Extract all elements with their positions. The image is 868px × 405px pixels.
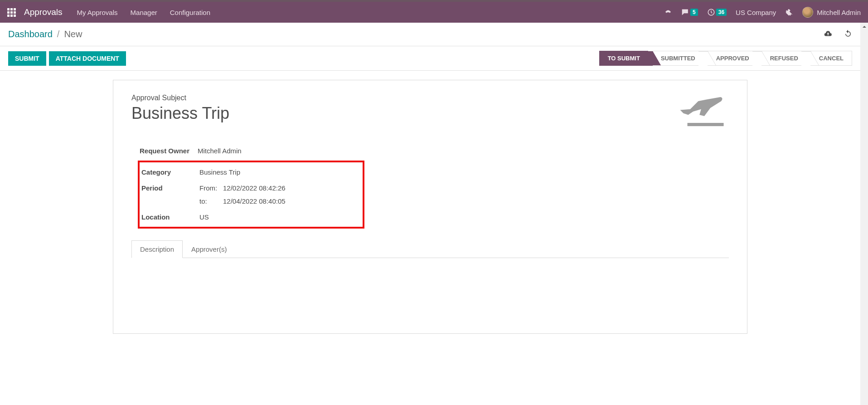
airplane-takeoff-icon xyxy=(675,94,725,132)
label-period-to: to: xyxy=(199,197,218,205)
tab-description[interactable]: Description xyxy=(131,240,183,258)
submit-button[interactable]: SUBMIT xyxy=(8,51,46,66)
apps-grid-icon[interactable] xyxy=(7,8,16,17)
messages-badge: 5 xyxy=(690,9,698,16)
subject-title[interactable]: Business Trip xyxy=(131,104,229,123)
content-wrapper: Dashboard / New SUBMIT ATTACH DOCUMENT T… xyxy=(0,23,868,405)
period-to: to: 12/04/2022 08:40:05 xyxy=(199,197,286,205)
attach-document-button[interactable]: ATTACH DOCUMENT xyxy=(49,51,126,66)
subject-label: Approval Subject xyxy=(131,94,229,102)
row-period: Period From: 12/02/2022 08:42:26 to: 12/… xyxy=(140,180,363,209)
navbar-left: Approvals My Approvals Manager Configura… xyxy=(7,7,210,17)
period-from: From: 12/02/2022 08:42:26 xyxy=(199,184,286,192)
sheet-header: Approval Subject Business Trip xyxy=(131,94,729,132)
label-period: Period xyxy=(141,184,199,192)
value-period-from[interactable]: 12/02/2022 08:42:26 xyxy=(223,184,286,192)
value-period-to[interactable]: 12/04/2022 08:40:05 xyxy=(223,197,286,205)
form-sheet: Approval Subject Business Trip Request O… xyxy=(113,80,747,334)
breadcrumb-separator: / xyxy=(57,29,60,39)
debug-icon[interactable] xyxy=(785,8,793,16)
breadcrumb-current: New xyxy=(64,29,82,39)
scroll-up-arrow-icon[interactable] xyxy=(860,23,868,30)
row-category: Category Business Trip xyxy=(140,164,363,180)
cloud-save-icon[interactable] xyxy=(823,29,832,39)
navbar-right: 5 36 US Company Mitchell Admin xyxy=(664,7,861,18)
user-avatar xyxy=(802,7,813,18)
label-category: Category xyxy=(141,168,199,176)
activities-icon[interactable]: 36 xyxy=(707,8,727,16)
label-period-from: From: xyxy=(199,184,218,192)
form-fields: Request Owner Mitchell Admin xyxy=(140,143,729,159)
value-location[interactable]: US xyxy=(199,213,209,221)
highlighted-fields-box: Category Business Trip Period From: 12/0… xyxy=(138,161,364,229)
main-navbar: Approvals My Approvals Manager Configura… xyxy=(0,2,868,23)
action-bar: SUBMIT ATTACH DOCUMENT TO SUBMIT SUBMITT… xyxy=(0,46,860,71)
nav-link-my-approvals[interactable]: My Approvals xyxy=(77,9,118,16)
phone-icon[interactable] xyxy=(664,9,672,15)
company-selector[interactable]: US Company xyxy=(736,9,776,16)
subject-block: Approval Subject Business Trip xyxy=(131,94,229,132)
breadcrumb-actions xyxy=(823,29,852,39)
undo-icon[interactable] xyxy=(844,29,852,39)
value-category[interactable]: Business Trip xyxy=(199,168,240,176)
label-location: Location xyxy=(141,213,199,221)
svg-rect-1 xyxy=(688,123,724,126)
breadcrumb: Dashboard / New xyxy=(8,29,82,39)
status-bar: TO SUBMIT SUBMITTED APPROVED REFUSED CAN… xyxy=(599,51,852,66)
vertical-scrollbar[interactable] xyxy=(860,23,868,405)
form-tabs: Description Approver(s) xyxy=(131,240,729,258)
nav-link-manager[interactable]: Manager xyxy=(131,9,157,16)
row-request-owner: Request Owner Mitchell Admin xyxy=(140,143,729,159)
app-brand[interactable]: Approvals xyxy=(24,7,63,17)
tab-approvers[interactable]: Approver(s) xyxy=(183,240,235,258)
value-request-owner[interactable]: Mitchell Admin xyxy=(198,147,242,155)
status-to-submit[interactable]: TO SUBMIT xyxy=(599,51,648,66)
nav-links: My Approvals Manager Configuration xyxy=(77,9,210,16)
breadcrumb-bar: Dashboard / New xyxy=(0,23,860,46)
main-content: Dashboard / New SUBMIT ATTACH DOCUMENT T… xyxy=(0,23,860,405)
messages-icon[interactable]: 5 xyxy=(681,9,698,16)
row-location: Location US xyxy=(140,209,363,225)
label-request-owner: Request Owner xyxy=(140,147,198,155)
nav-link-configuration[interactable]: Configuration xyxy=(170,9,210,16)
user-name: Mitchell Admin xyxy=(817,9,861,16)
value-period: From: 12/02/2022 08:42:26 to: 12/04/2022… xyxy=(199,184,286,205)
user-menu[interactable]: Mitchell Admin xyxy=(802,7,861,18)
activities-badge: 36 xyxy=(716,9,727,16)
breadcrumb-root[interactable]: Dashboard xyxy=(8,29,53,39)
